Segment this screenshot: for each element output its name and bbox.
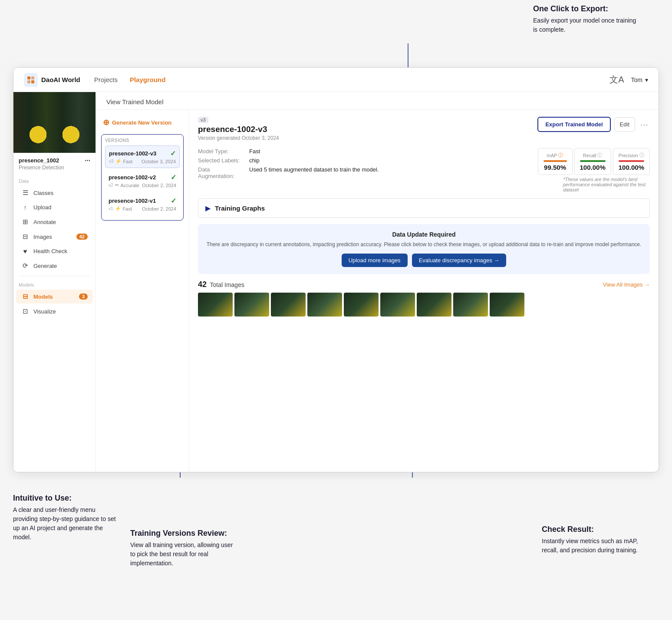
metrics-cards: mAP ⓘ 99.50% Recall ⓘ [538,148,650,175]
training-graphs-section[interactable]: ▶ Training Graphs [198,198,650,218]
version-item-v2[interactable]: presence-1002-v2 ✓ v2 ✏ Accurate October… [105,170,180,191]
sidebar-item-visualize[interactable]: ⊡ Visualize [16,304,93,318]
sidebar: presence_1002 ⋯ Presence Detection Data … [13,92,96,472]
images-badge: 42 [76,234,88,240]
sidebar-item-images[interactable]: ⊟ Images 42 [16,230,93,244]
recall-bar [580,160,606,162]
recall-value: 100.00% [580,164,606,171]
sidebar-item-generate[interactable]: ⟳ Generate [16,259,93,273]
version-v2-meta: v2 ✏ Accurate October 2, 2024 [109,182,176,188]
edit-button[interactable]: Edit [614,117,635,132]
generate-btn[interactable]: ⊕ Generate New Version [101,115,184,130]
sidebar-item-upload-label: Upload [33,204,51,211]
precision-label: Precision ⓘ [619,152,644,158]
models-icon: ⊟ [21,293,29,300]
callout-check-result-text: Instantly view metrics such as mAP, reca… [542,537,646,555]
view-all-images-link[interactable]: View All Images → [603,281,650,288]
nav-links: Projects Playground [94,74,609,85]
sidebar-item-generate-label: Generate [33,263,57,269]
callout-versions: Training Versions Review: View all train… [130,529,234,568]
user-menu[interactable]: Tom ▾ [631,76,648,83]
chevron-down-icon: ▾ [645,76,648,83]
thumbnail-3 [271,293,306,317]
sidebar-item-health-check[interactable]: ♥ Health Check [16,244,93,258]
sidebar-item-annotate[interactable]: ⊞ Annotate [16,215,93,229]
data-aug-value: Used 5 times augmented dataset to train … [249,166,379,173]
health-check-icon: ♥ [21,247,29,255]
project-menu-icon[interactable]: ⋯ [85,157,90,164]
sidebar-item-classes[interactable]: ☰ Classes [16,186,93,200]
callout-intuitive-title: Intuitive to Use: [13,494,117,503]
nav-projects[interactable]: Projects [94,74,118,85]
expand-arrow-icon: ▶ [205,204,211,212]
version-v3-check: ✓ [170,149,176,158]
export-trained-model-button[interactable]: Export Trained Model [537,117,610,132]
evaluate-discrepancy-button[interactable]: Evaluate discrepancy images → [412,254,507,267]
annotate-icon: ⊞ [21,218,29,226]
thumbnail-6 [380,293,415,317]
version-v3-name: presence-1002-v3 ✓ [109,149,176,158]
sidebar-item-images-label: Images [33,234,52,240]
model-actions: Export Trained Model Edit ⋯ [537,117,650,132]
version-item-v3[interactable]: presence-1002-v3 ✓ v3 ⚡ Fast October 3, … [105,145,180,168]
model-header: v3 presence-1002-v3 Version generated Oc… [198,117,650,141]
map-value: 99.50% [544,164,567,171]
models-section-label: Models [13,279,96,289]
precision-bar [619,160,644,162]
project-name: presence_1002 [19,157,59,164]
project-name-row: presence_1002 ⋯ [13,153,96,165]
model-date: Version generated October 3, 2024 [198,135,279,141]
sidebar-item-models-label: Models [33,294,53,300]
images-count: 42 Total Images [198,280,244,289]
generate-icon: ⟳ [21,262,29,270]
app-window: DaoAI World Projects Playground 文A Tom ▾… [13,67,659,472]
model-name: presence-1002-v3 [198,125,279,134]
panel-header: View Trained Model [96,92,659,110]
right-panel: View Trained Model ⊕ Generate New Versio… [96,92,659,472]
thumbnail-9 [490,293,524,317]
model-type-row: Model Type: Fast [198,148,531,155]
callout-intuitive-text: A clear and user-friendly menu providing… [13,505,117,542]
callout-versions-text: View all training version, allowing user… [130,541,234,568]
sidebar-item-health-label: Health Check [33,248,67,254]
svg-rect-4 [27,76,30,79]
generate-btn-label: Generate New Version [112,119,171,126]
callout-check-result-title: Check Result: [542,525,646,534]
more-options-icon[interactable]: ⋯ [639,120,650,129]
panel-title: View Trained Model [106,98,163,106]
thumbnail-8 [453,293,488,317]
metrics-area: Model Type: Fast Selected Labels: chip D… [198,148,650,192]
svg-rect-7 [31,80,34,83]
upload-more-images-button[interactable]: Upload more images [342,254,408,267]
data-update-actions: Upload more images Evaluate discrepancy … [205,254,643,267]
callout-intuitive: Intuitive to Use: A clear and user-frien… [13,494,117,542]
translate-icon[interactable]: 文A [609,74,624,86]
map-bar [544,160,567,162]
logo-area: DaoAI World [24,73,80,87]
map-card: mAP ⓘ 99.50% [538,148,573,175]
data-update-text: There are discrepancy in current annotat… [205,241,643,248]
user-name: Tom [631,76,642,83]
nav-playground[interactable]: Playground [130,74,166,85]
sidebar-item-annotate-label: Annotate [33,219,56,225]
sidebar-item-models[interactable]: ⊟ Models 3 [16,290,93,303]
version-v1-meta: v1 ⚡ Fast October 2, 2024 [109,206,176,211]
version-item-v1[interactable]: presence-1002-v1 ✓ v1 ⚡ Fast October 2, … [105,193,180,215]
map-label: mAP ⓘ [544,152,567,158]
image-thumbnails [198,293,650,317]
callout-export: One Click to Export: Easily export your … [533,4,637,34]
logo-icon [24,73,38,87]
model-info: Model Type: Fast Selected Labels: chip D… [198,148,531,192]
thumbnail-7 [417,293,451,317]
thumbnail-2 [234,293,269,317]
project-image [13,92,96,153]
project-type: Presence Detection [13,165,96,175]
selected-labels-label: Selected Labels: [198,157,246,164]
model-version-tag: v3 [198,117,279,123]
model-name-block: v3 presence-1002-v3 Version generated Oc… [198,117,279,141]
recall-card: Recall ⓘ 100.00% [574,148,611,175]
svg-rect-6 [27,80,30,83]
version-v1-name: presence-1002-v1 ✓ [109,197,176,205]
data-aug-label: Data Augmentation: [198,166,246,179]
sidebar-item-upload[interactable]: ↑ Upload [16,201,93,214]
